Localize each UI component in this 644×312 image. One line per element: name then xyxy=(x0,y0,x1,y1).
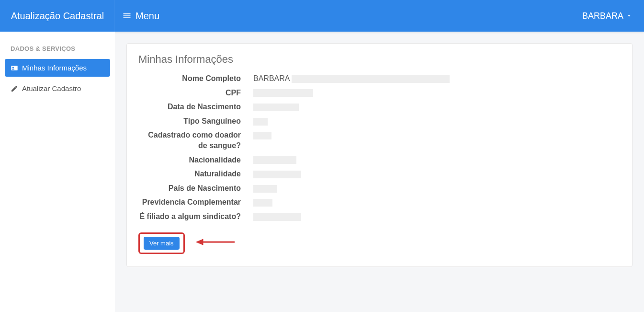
info-value xyxy=(253,155,621,165)
info-label: Data de Nascimento xyxy=(138,102,253,112)
info-label: Cadastrado como doador de sangue? xyxy=(138,130,253,150)
info-value xyxy=(253,197,621,208)
redacted-value xyxy=(292,75,450,83)
topbar: Atualização Cadastral Menu BARBARA xyxy=(0,0,644,32)
content: Minhas Informações Nome CompletoBARBARA … xyxy=(115,32,644,312)
info-value xyxy=(253,130,621,140)
info-label: Nome Completo xyxy=(138,73,253,84)
svg-marker-1 xyxy=(196,239,203,245)
info-row: CPF xyxy=(138,86,621,100)
info-value: BARBARA xyxy=(253,73,621,84)
menu-toggle[interactable]: Menu xyxy=(122,11,159,22)
info-label: Nacionalidade xyxy=(138,155,253,165)
info-row: País de Nascimento xyxy=(138,181,621,196)
sidebar-item-label: Minhas Informações xyxy=(22,64,87,72)
info-card: Minhas Informações Nome CompletoBARBARA … xyxy=(126,43,633,267)
info-label: Tipo Sanguíneo xyxy=(138,116,253,127)
info-label: País de Nascimento xyxy=(138,183,253,194)
user-menu[interactable]: BARBARA xyxy=(582,11,632,21)
caret-down-icon xyxy=(626,13,632,19)
info-value xyxy=(253,183,621,194)
redacted-value xyxy=(253,89,313,97)
redacted-value xyxy=(253,213,301,221)
info-value xyxy=(253,169,621,179)
redacted-value xyxy=(253,171,301,178)
sidebar-item-label: Atualizar Cadastro xyxy=(22,84,81,92)
info-label: CPF xyxy=(138,88,253,98)
sidebar-heading: DADOS & SERVIÇOS xyxy=(5,40,110,59)
edit-icon xyxy=(11,85,18,92)
info-row: É filiado a algum sindicato? xyxy=(138,209,621,224)
info-label: Naturalidade xyxy=(138,169,253,179)
redacted-value xyxy=(253,132,271,139)
brand-title: Atualização Cadastral xyxy=(0,0,115,32)
info-value xyxy=(253,116,621,127)
info-row: Data de Nascimento xyxy=(138,100,621,114)
info-row: Nacionalidade xyxy=(138,153,621,167)
info-label: Previdencia Complementar xyxy=(138,197,253,208)
info-row: Previdencia Complementar xyxy=(138,195,621,209)
info-row: Nome CompletoBARBARA xyxy=(138,71,621,86)
info-row: Tipo Sanguíneo xyxy=(138,114,621,128)
menu-label: Menu xyxy=(136,11,159,22)
sidebar: DADOS & SERVIÇOS Minhas Informações Atua… xyxy=(0,32,115,312)
redacted-value xyxy=(253,156,296,164)
sidebar-item-atualizar-cadastro[interactable]: Atualizar Cadastro xyxy=(5,80,110,97)
user-name: BARBARA xyxy=(582,11,623,21)
annotation-arrow xyxy=(196,236,235,250)
highlight-box: Ver mais xyxy=(138,232,185,254)
redacted-value xyxy=(253,185,277,193)
ver-mais-button[interactable]: Ver mais xyxy=(144,237,180,250)
info-row: Naturalidade xyxy=(138,167,621,181)
info-value xyxy=(253,88,621,98)
redacted-value xyxy=(253,118,268,126)
info-value xyxy=(253,102,621,112)
redacted-value xyxy=(253,199,272,207)
redacted-value xyxy=(253,104,299,111)
id-card-icon xyxy=(11,64,18,72)
info-label: É filiado a algum sindicato? xyxy=(138,211,253,222)
hamburger-icon xyxy=(122,11,132,21)
info-row: Cadastrado como doador de sangue? xyxy=(138,128,621,152)
info-value xyxy=(253,211,621,222)
sidebar-item-minhas-informacoes[interactable]: Minhas Informações xyxy=(5,59,110,77)
card-title: Minhas Informações xyxy=(138,53,621,66)
